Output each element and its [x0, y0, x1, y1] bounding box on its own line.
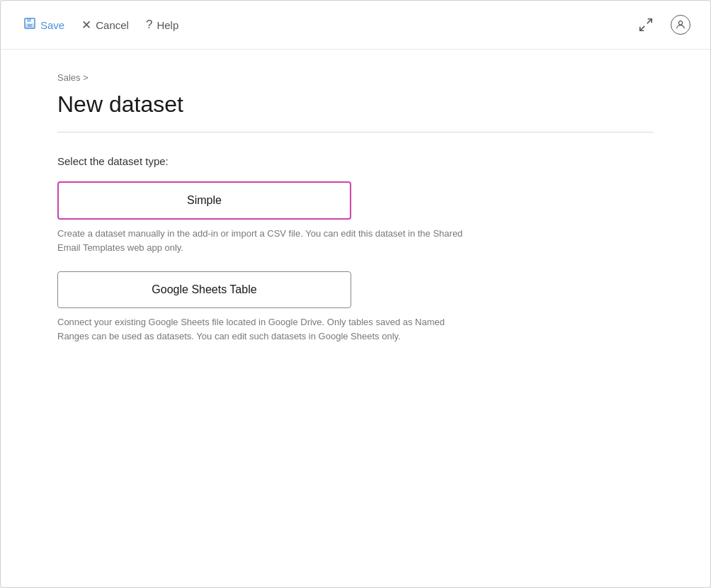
cancel-icon: ✕ [81, 18, 91, 33]
toolbar: Save ✕ Cancel ? Help [1, 1, 710, 50]
breadcrumb: Sales > [57, 72, 654, 83]
toolbar-right [635, 12, 693, 38]
google-sheets-dataset-label: Google Sheets Table [152, 283, 256, 295]
dataset-option-google-sheets: Google Sheets Table Connect your existin… [57, 271, 654, 343]
save-icon [23, 17, 36, 33]
svg-rect-1 [27, 18, 31, 22]
save-label: Save [40, 19, 64, 31]
svg-point-6 [678, 21, 682, 25]
simple-dataset-button[interactable]: Simple [57, 181, 351, 220]
google-sheets-dataset-description: Connect your existing Google Sheets file… [57, 315, 475, 343]
expand-button[interactable] [635, 14, 656, 35]
dataset-option-simple: Simple Create a dataset manually in the … [57, 181, 654, 254]
cancel-label: Cancel [96, 19, 129, 31]
divider [57, 132, 654, 132]
simple-dataset-label: Simple [187, 194, 222, 206]
google-sheets-dataset-button[interactable]: Google Sheets Table [57, 271, 351, 308]
main-content: Sales > New dataset Select the dataset t… [1, 50, 710, 587]
section-label: Select the dataset type: [57, 155, 654, 167]
svg-line-5 [640, 26, 644, 30]
svg-line-4 [647, 19, 652, 23]
help-icon: ? [146, 18, 152, 32]
cancel-button[interactable]: ✕ Cancel [76, 15, 135, 35]
simple-dataset-description: Create a dataset manually in the add-in … [57, 227, 475, 254]
page-title: New dataset [57, 91, 654, 118]
user-button[interactable] [668, 12, 693, 38]
help-label: Help [157, 19, 178, 31]
save-button[interactable]: Save [18, 14, 70, 36]
help-button[interactable]: ? Help [140, 15, 184, 35]
user-avatar [671, 15, 690, 35]
app-window: Save ✕ Cancel ? Help [0, 0, 711, 588]
svg-rect-3 [28, 24, 32, 27]
